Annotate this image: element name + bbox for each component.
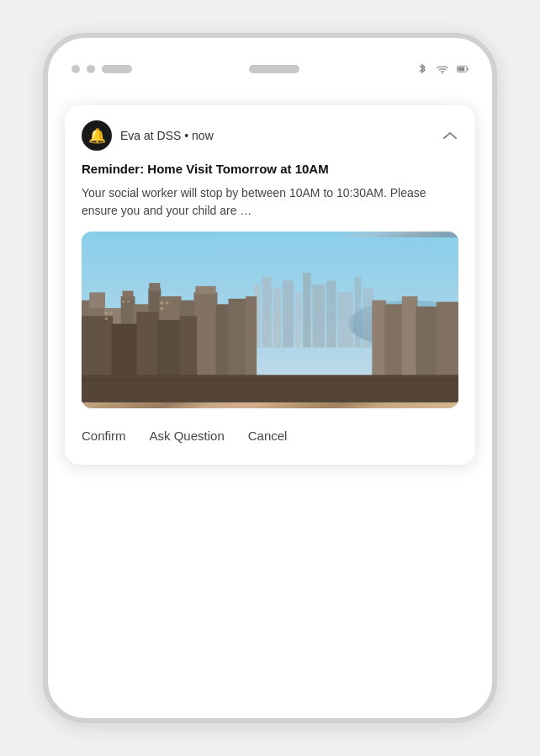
timestamp-separator: • (184, 129, 192, 142)
sender-name-text: Eva at DSS (120, 129, 181, 142)
notification-header: 🔔 Eva at DSS • now (82, 120, 458, 151)
cancel-button[interactable]: Cancel (248, 423, 288, 448)
wifi-icon (437, 63, 448, 75)
phone-content-area: 🔔 Eva at DSS • now (48, 88, 492, 718)
confirm-button[interactable]: Confirm (82, 423, 126, 448)
notification-body: Your social worker will stop by between … (82, 184, 458, 220)
speaker-bar (249, 65, 299, 73)
bluetooth-icon (416, 63, 428, 75)
phone-top-left-indicators (71, 65, 132, 73)
notification-actions: Confirm Ask Question Cancel (82, 423, 458, 448)
chevron-up-icon[interactable] (442, 127, 458, 144)
avatar: 🔔 (82, 120, 112, 151)
ask-question-button[interactable]: Ask Question (150, 423, 225, 448)
svg-point-0 (442, 72, 443, 74)
timestamp-text: now (192, 129, 214, 142)
sender-info: Eva at DSS • now (120, 129, 214, 142)
notification-header-left: 🔔 Eva at DSS • now (82, 120, 214, 151)
phone-frame: 🔔 Eva at DSS • now (43, 33, 497, 723)
phone-top-right-indicators (416, 63, 469, 75)
sender-name: Eva at DSS • now (120, 129, 214, 142)
phone-status-bar (48, 38, 492, 88)
indicator-dot-1 (71, 65, 80, 73)
svg-rect-2 (467, 67, 469, 70)
indicator-dot-2 (87, 65, 95, 73)
bell-icon: 🔔 (88, 127, 106, 145)
indicator-pill (102, 65, 132, 73)
notification-image (82, 232, 458, 408)
battery-icon (457, 63, 469, 75)
svg-rect-52 (82, 237, 458, 402)
svg-rect-3 (458, 67, 465, 72)
notification-title: Reminder: Home Visit Tomorrow at 10AM (82, 161, 458, 178)
notification-card: 🔔 Eva at DSS • now (65, 105, 475, 465)
